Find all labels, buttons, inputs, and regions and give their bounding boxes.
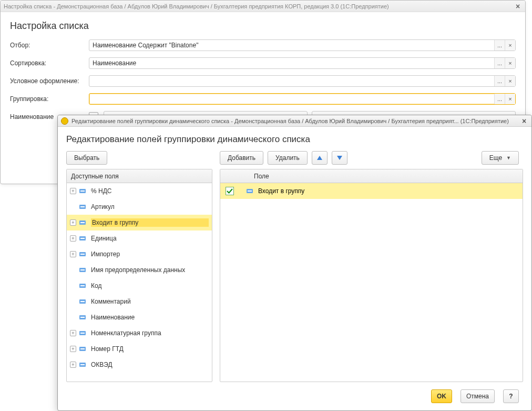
- field-group[interactable]: ... ×: [89, 93, 516, 105]
- arrow-down-icon: [337, 156, 342, 160]
- selected-fields-header-label: Поле: [243, 173, 518, 180]
- field-icon: [79, 252, 86, 256]
- back-close-icon[interactable]: ×: [514, 2, 522, 11]
- tree-row-label: Импортер: [91, 250, 209, 258]
- expand-icon[interactable]: +: [70, 235, 76, 242]
- expand-icon[interactable]: +: [70, 362, 76, 368]
- field-filter-value: Наименование Содержит "Binatone": [89, 42, 494, 49]
- tree-row-label: Входит в группу: [91, 218, 209, 227]
- arrow-up-icon: [317, 156, 322, 160]
- selected-fields-header: Поле: [220, 169, 523, 183]
- field-icon: [79, 363, 86, 367]
- chevron-down-icon: ▼: [506, 155, 511, 161]
- front-toolbar: Выбрать Добавить Удалить Еще▼: [66, 151, 523, 165]
- expand-spacer: [70, 283, 76, 289]
- tree-row-label: Артикул: [91, 203, 209, 210]
- more-button-label: Еще: [489, 154, 502, 162]
- check-icon: [227, 188, 233, 194]
- tree-row[interactable]: Код: [67, 278, 212, 294]
- field-icon: [79, 189, 86, 193]
- tree-row-label: Единица: [91, 235, 209, 242]
- selected-field-row[interactable]: Входит в группу: [220, 183, 523, 199]
- field-filter-clear-button[interactable]: ×: [505, 40, 515, 51]
- tree-row[interactable]: Наименование: [67, 309, 212, 325]
- field-cond-clear-button[interactable]: ×: [505, 76, 515, 86]
- available-fields-header: Доступные поля: [67, 169, 212, 183]
- expand-spacer: [70, 267, 76, 273]
- front-close-icon[interactable]: ×: [520, 117, 528, 125]
- tree-row[interactable]: +ОКВЭД: [67, 357, 212, 373]
- front-titlebar: Редактирование полей группировки динамич…: [58, 115, 531, 127]
- dialog-footer: OK Отмена ?: [66, 387, 523, 405]
- field-cond-ellipsis-button[interactable]: ...: [494, 76, 505, 86]
- tree-row[interactable]: Артикул: [67, 199, 212, 215]
- field-sort-value: Наименование: [89, 59, 494, 67]
- tree-row-label: Номер ГТД: [91, 345, 209, 353]
- front-title-text: Редактирование полей группировки динамич…: [71, 118, 520, 124]
- field-group-clear-button[interactable]: ×: [505, 94, 515, 104]
- delete-button[interactable]: Удалить: [268, 151, 308, 165]
- tree-row[interactable]: +Импортер: [67, 246, 212, 262]
- tree-row-label: % НДС: [91, 187, 209, 195]
- field-icon: [79, 205, 86, 209]
- add-button[interactable]: Добавить: [220, 151, 263, 165]
- field-icon: [79, 268, 86, 272]
- expand-icon[interactable]: +: [70, 346, 76, 352]
- field-icon: [79, 236, 86, 240]
- field-sort-clear-button[interactable]: ×: [505, 58, 515, 68]
- grouping-editor-window: Редактирование полей группировки динамич…: [57, 115, 532, 411]
- expand-spacer: [70, 204, 76, 210]
- label-sort: Сортировка:: [10, 59, 89, 67]
- expand-spacer: [70, 298, 76, 305]
- tree-row[interactable]: +Единица: [67, 230, 212, 246]
- selected-field-checkbox[interactable]: [226, 187, 234, 195]
- tree-row[interactable]: +Входит в группу: [67, 215, 212, 230]
- tree-row-label: Наименование: [91, 314, 209, 321]
- choose-button[interactable]: Выбрать: [66, 151, 107, 165]
- tree-row[interactable]: +Номенклатурная группа: [67, 325, 212, 341]
- expand-icon[interactable]: +: [70, 188, 76, 194]
- field-sort[interactable]: Наименование ... ×: [89, 57, 516, 69]
- field-filter[interactable]: Наименование Содержит "Binatone" ... ×: [89, 39, 516, 51]
- tree-row-label: Имя предопределенных данных: [91, 266, 209, 274]
- label-group: Группировка:: [10, 95, 89, 103]
- tree-row[interactable]: +% НДС: [67, 183, 212, 199]
- expand-icon[interactable]: +: [70, 330, 76, 336]
- field-icon: [79, 315, 86, 319]
- tree-row[interactable]: Имя предопределенных данных: [67, 262, 212, 278]
- tree-row-label: Код: [91, 282, 209, 289]
- available-fields-tree[interactable]: +% НДСАртикул+Входит в группу+Единица+Им…: [67, 183, 212, 382]
- field-filter-ellipsis-button[interactable]: ...: [494, 40, 505, 51]
- more-button[interactable]: Еще▼: [482, 151, 519, 165]
- help-button[interactable]: ?: [503, 389, 519, 403]
- expand-icon[interactable]: +: [70, 251, 76, 257]
- label-cond: Условное оформление:: [10, 77, 89, 85]
- tree-row-label: Комментарий: [91, 298, 209, 305]
- move-up-button[interactable]: [312, 151, 328, 165]
- field-icon: [79, 299, 86, 304]
- expand-icon[interactable]: +: [70, 219, 76, 226]
- back-titlebar: Настройка списка - Демонстрационная база…: [1, 1, 525, 12]
- field-icon: [79, 284, 86, 288]
- selected-fields-list[interactable]: Входит в группу: [220, 183, 523, 382]
- field-icon: [79, 347, 86, 351]
- selected-fields-pane: Поле Входит в группу: [220, 169, 523, 382]
- front-heading: Редактирование полей группировки динамич…: [66, 134, 523, 145]
- app-1c-icon: [61, 117, 68, 125]
- field-icon: [79, 331, 86, 335]
- field-icon: [247, 189, 253, 193]
- back-title-text: Настройка списка - Демонстрационная база…: [4, 3, 514, 9]
- tree-row[interactable]: Комментарий: [67, 294, 212, 309]
- field-sort-ellipsis-button[interactable]: ...: [494, 58, 505, 68]
- ok-button[interactable]: OK: [431, 389, 452, 403]
- tree-row[interactable]: +Номер ГТД: [67, 341, 212, 357]
- available-fields-pane: Доступные поля +% НДСАртикул+Входит в гр…: [66, 169, 212, 382]
- cancel-button[interactable]: Отмена: [461, 389, 495, 403]
- label-filter: Отбор:: [10, 42, 89, 49]
- back-heading: Настройка списка: [10, 21, 516, 32]
- selected-field-label: Входит в группу: [258, 187, 304, 195]
- tree-row-label: Номенклатурная группа: [91, 329, 209, 337]
- move-down-button[interactable]: [332, 151, 347, 165]
- field-group-ellipsis-button[interactable]: ...: [494, 94, 505, 104]
- field-cond[interactable]: ... ×: [89, 75, 516, 87]
